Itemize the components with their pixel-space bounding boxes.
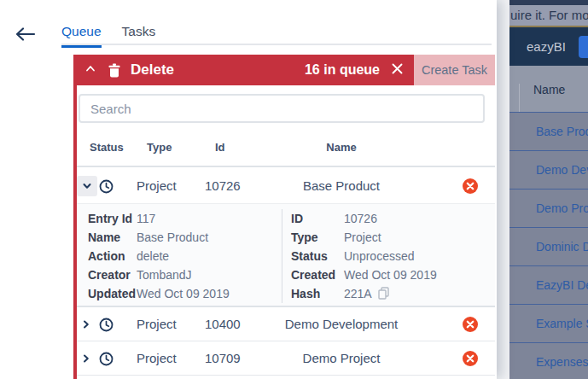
card-title: Delete [131, 61, 174, 79]
tab-queue[interactable]: Queue [61, 24, 102, 48]
page-row-link[interactable]: Demo Proje [509, 189, 588, 227]
detail-label: Hash [291, 284, 320, 303]
page-row-link[interactable]: Example Se [509, 304, 588, 342]
page-table-rows: Base Produ Demo Deve Demo Proje Dominic … [509, 112, 588, 379]
remove-from-queue-button[interactable] [463, 317, 478, 332]
chevron-down-icon [82, 179, 92, 194]
trash-icon [108, 63, 121, 78]
close-button[interactable] [391, 62, 404, 79]
remove-from-queue-button[interactable] [463, 178, 478, 194]
page-row-link[interactable]: Base Produ [509, 112, 588, 150]
tab-tasks[interactable]: Tasks [122, 24, 156, 48]
row-name: Demo Development [247, 307, 435, 341]
arrow-left-icon [14, 30, 36, 44]
row-type: Project [137, 307, 177, 341]
detail-label: Created [291, 265, 335, 284]
chevron-up-icon [84, 62, 96, 78]
chevron-right-icon [81, 318, 91, 332]
page-row-link[interactable]: Dominic De [509, 227, 588, 265]
row-detail-panel: Entry Id117 NameBase Product Actiondelet… [77, 203, 495, 307]
back-button[interactable] [14, 26, 38, 45]
column-divider [519, 84, 520, 113]
detail-value: delete [137, 247, 169, 265]
detail-label: Name [88, 228, 120, 247]
pending-clock-icon [99, 318, 114, 332]
expand-row-button[interactable] [80, 353, 92, 364]
row-id: 10709 [205, 341, 241, 376]
delete-x-icon [463, 182, 478, 196]
card-header-main: Delete 16 in queue [73, 55, 414, 85]
navbar-button[interactable] [579, 36, 588, 58]
column-header-name: Name [247, 128, 435, 167]
hash-value: 221A [344, 284, 389, 305]
page-banner-text: uire it. For mor [509, 5, 588, 26]
queue-row: Project 10400 Demo Development [77, 307, 495, 341]
name-column-header: Name [533, 76, 565, 104]
page-row-link[interactable]: Expenses [509, 342, 588, 379]
create-task-button[interactable]: Create Task [414, 55, 495, 85]
detail-left-column: Entry Id117 NameBase Product Actiondelet… [77, 209, 282, 303]
collapse-row-button[interactable] [77, 176, 97, 196]
detail-label: Type [291, 228, 318, 247]
row-type: Project [137, 341, 177, 376]
row-name: Base Product [247, 169, 435, 203]
popup-shadow-gap [497, 0, 509, 379]
detail-label: Entry Id [88, 209, 132, 228]
tab-bar: Queue Tasks [61, 24, 155, 48]
detail-value: 117 [137, 209, 155, 228]
queue-row: Project 10709 Demo Project [77, 341, 495, 376]
collapse-button[interactable] [84, 62, 96, 78]
detail-label: Updated [88, 284, 136, 303]
detail-value: Wed Oct 09 2019 [344, 265, 437, 284]
copy-icon[interactable] [378, 286, 389, 305]
delete-queue-card: Delete 16 in queue Create Task Status Ty… [73, 55, 495, 379]
search-input[interactable] [79, 94, 485, 123]
card-body: Status Type Id Name Project [73, 85, 495, 379]
detail-value: Unprocessed [344, 247, 415, 265]
remove-from-queue-button[interactable] [463, 351, 478, 366]
detail-value: Project [344, 228, 381, 247]
card-header: Delete 16 in queue Create Task [73, 55, 495, 85]
queue-count-badge: 16 in queue [305, 62, 380, 78]
pending-clock-icon [99, 179, 114, 194]
close-icon [391, 62, 404, 79]
detail-label: Creator [88, 265, 131, 284]
detail-label: Status [291, 247, 328, 265]
pending-clock-icon [99, 352, 114, 366]
page-row-link[interactable]: Demo Deve [509, 150, 588, 189]
delete-x-icon [463, 354, 478, 369]
screen: uire it. For mor eazyBI Name Base Produ … [0, 0, 588, 379]
detail-label: Action [88, 247, 125, 265]
row-id: 10400 [205, 307, 241, 341]
queue-popup: Queue Tasks Delete 16 in queue [0, 0, 497, 379]
detail-value: TombandJ [137, 265, 192, 284]
detail-label: ID [291, 209, 303, 228]
detail-value: Wed Oct 09 2019 [137, 284, 230, 303]
row-name: Demo Project [247, 341, 435, 376]
expand-row-button[interactable] [80, 318, 92, 330]
delete-x-icon [463, 320, 478, 335]
eazybi-brand: eazyBI [527, 27, 566, 66]
page-row-link[interactable]: EazyBI Dem [509, 265, 588, 304]
detail-value: 10726 [344, 209, 377, 228]
detail-value: Base Product [137, 228, 208, 247]
table-header: Status Type Id Name [77, 128, 495, 167]
page-table-header: Name [509, 66, 588, 114]
queue-row: Project 10726 Base Product [77, 169, 495, 203]
chevron-right-icon [81, 352, 91, 366]
page-navbar: eazyBI [509, 27, 588, 66]
column-header-status: Status [90, 128, 124, 167]
column-header-id: Id [215, 128, 225, 167]
row-id: 10726 [205, 169, 241, 203]
detail-right-column: ID10726 TypeProject StatusUnprocessed Cr… [282, 209, 495, 303]
row-type: Project [137, 169, 177, 203]
background-page: uire it. For mor eazyBI Name Base Produ … [509, 0, 588, 379]
column-header-type: Type [147, 128, 172, 167]
